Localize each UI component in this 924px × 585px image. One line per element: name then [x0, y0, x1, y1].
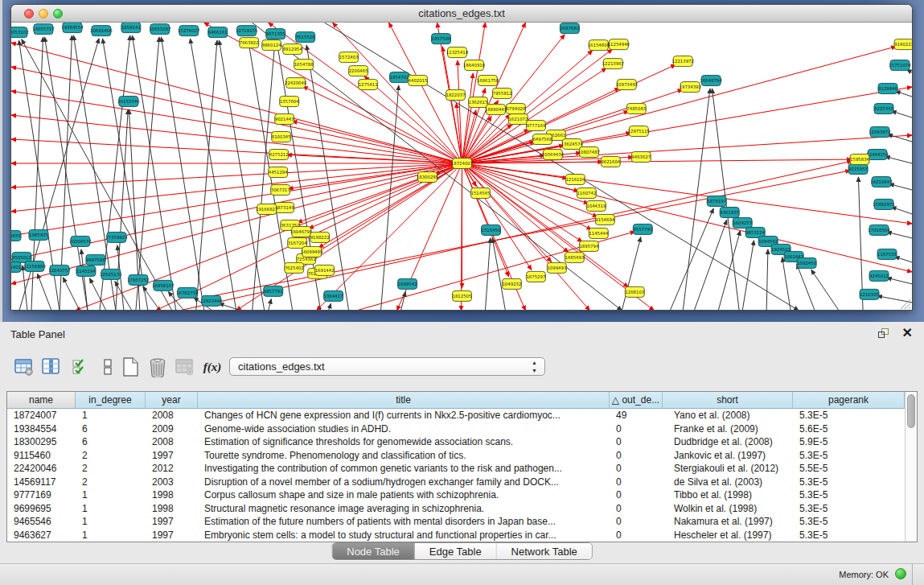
- graph-node[interactable]: 8100345: [272, 132, 291, 142]
- graph-node[interactable]: 6497568: [532, 134, 552, 145]
- graph-node[interactable]: 12213967: [602, 59, 624, 69]
- graph-node[interactable]: 2087682: [560, 23, 579, 34]
- graph-node[interactable]: 1044319: [586, 200, 606, 211]
- column-header-name[interactable]: name: [7, 392, 76, 409]
- graph-node[interactable]: 17359924: [105, 232, 128, 242]
- graph-node[interactable]: 9997588: [86, 254, 106, 265]
- table-row[interactable]: 911546021997Tourette syndrome. Phenomeno…: [7, 449, 917, 463]
- graph-node[interactable]: 20691406: [90, 26, 113, 36]
- graph-node[interactable]: 11325419: [446, 47, 469, 58]
- graph-node[interactable]: 1210305: [860, 289, 879, 299]
- graph-node[interactable]: 9198222: [310, 232, 330, 242]
- new-document-button[interactable]: [119, 356, 142, 378]
- graph-node[interactable]: 11156889: [23, 261, 46, 271]
- graph-node[interactable]: 1654788: [294, 60, 314, 70]
- graph-node[interactable]: 3915401: [11, 262, 21, 272]
- graph-node[interactable]: 9621604: [601, 157, 621, 167]
- graph-node[interactable]: 1216104: [565, 174, 585, 184]
- graph-node[interactable]: 18990443: [485, 105, 507, 115]
- graph-node[interactable]: 16782759: [176, 287, 199, 298]
- table-header-row[interactable]: namein_degreeyeartitle△ out_de...shortpa…: [7, 392, 917, 409]
- graph-node[interactable]: 12093872: [869, 127, 890, 138]
- float-panel-icon[interactable]: [878, 328, 890, 340]
- graph-node[interactable]: 1268103: [625, 286, 644, 297]
- graph-node[interactable]: 1364417: [324, 290, 343, 301]
- graph-node[interactable]: 1675297: [526, 271, 545, 282]
- graph-node[interactable]: 14055717: [32, 24, 54, 35]
- graph-node[interactable]: 18724007: [451, 159, 473, 169]
- graph-node[interactable]: 16154808: [588, 40, 610, 51]
- table-row[interactable]: 2242004622012Investigating the contribut…: [7, 462, 917, 476]
- graph-node[interactable]: 7485083: [626, 104, 646, 114]
- graph-node[interactable]: 10653287: [149, 24, 170, 35]
- graph-node[interactable]: 17016504: [868, 225, 890, 235]
- graph-node[interactable]: 19734393: [680, 82, 701, 93]
- citation-network-graph[interactable]: 2065310214055717193845542069140618581411…: [11, 23, 912, 311]
- column-header-pagerank[interactable]: pagerank: [793, 392, 905, 409]
- graph-node[interactable]: 1357604: [280, 97, 300, 107]
- vertical-scrollbar[interactable]: [905, 392, 917, 542]
- graph-node[interactable]: 1854702: [390, 72, 409, 83]
- table-settings-button[interactable]: [13, 356, 35, 378]
- graph-node[interactable]: 9227343: [874, 104, 893, 114]
- graph-node[interactable]: 1485493: [565, 252, 584, 262]
- graph-node[interactable]: 1160742: [577, 187, 596, 198]
- graph-node[interactable]: 16099489: [301, 246, 323, 257]
- column-header-in_degree[interactable]: in_degree: [76, 392, 146, 409]
- graph-node[interactable]: 1275411: [359, 80, 378, 90]
- close-panel-icon[interactable]: ✕: [902, 326, 913, 340]
- graph-node[interactable]: 10973493: [616, 80, 638, 90]
- graph-node[interactable]: 1049232: [502, 278, 521, 289]
- graph-node[interactable]: 4402015: [409, 76, 428, 86]
- graph-node[interactable]: 11254940: [608, 39, 630, 50]
- table-row[interactable]: 1938455462009Genome-wide association stu…: [7, 422, 917, 436]
- graph-node[interactable]: 1985935: [29, 229, 48, 240]
- graph-node[interactable]: 1572403: [339, 52, 359, 63]
- graph-node[interactable]: 22420046: [285, 78, 307, 89]
- table-selector-dropdown[interactable]: citations_edges.txt ▲▼: [229, 357, 545, 376]
- table-row[interactable]: 1830029562008Estimation of significance …: [7, 435, 917, 449]
- graph-node[interactable]: 9154694: [595, 214, 615, 225]
- graph-node[interactable]: 19384554: [61, 23, 84, 33]
- graph-node[interactable]: 18640910: [463, 60, 486, 71]
- graph-node[interactable]: 8912954: [283, 44, 303, 55]
- graph-node[interactable]: 1609273: [733, 217, 752, 228]
- graph-node[interactable]: 9361935: [720, 207, 739, 217]
- graph-node[interactable]: 20206576: [69, 236, 92, 246]
- graph-node[interactable]: 2620655: [11, 230, 21, 241]
- tab-node-table[interactable]: Node Table: [332, 543, 415, 559]
- table-row[interactable]: 969969511998Structural magnetic resonanc…: [7, 502, 917, 516]
- graph-node[interactable]: 1858141: [121, 23, 141, 33]
- tab-network-table[interactable]: Network Table: [497, 543, 592, 559]
- select-attributes-button[interactable]: [69, 356, 92, 378]
- column-header-year[interactable]: year: [146, 392, 198, 409]
- graph-node[interactable]: 1595834: [850, 154, 870, 165]
- column-header-out_degree[interactable]: △ out_de...: [610, 392, 663, 409]
- graph-node[interactable]: 1167533: [877, 249, 897, 259]
- graph-node[interactable]: 9215953: [848, 164, 868, 175]
- graph-node[interactable]: 6794028: [506, 104, 526, 114]
- graph-node[interactable]: 1895794: [579, 241, 599, 251]
- table-row[interactable]: 1872400712008Changes of HCN gene express…: [7, 409, 917, 422]
- column-header-title[interactable]: title: [198, 392, 610, 409]
- graph-node[interactable]: 2200465: [349, 66, 368, 76]
- graph-node[interactable]: 9129946: [878, 84, 898, 94]
- graph-node[interactable]: 10719155: [236, 26, 257, 36]
- graph-node[interactable]: 1515456: [481, 225, 501, 235]
- graph-node[interactable]: 12213972: [672, 56, 694, 67]
- graph-node[interactable]: 9021443: [275, 114, 294, 125]
- graph-node[interactable]: 19166827: [256, 204, 277, 214]
- graph-node[interactable]: 9671355: [266, 29, 285, 39]
- graph-node[interactable]: 17957252: [127, 274, 149, 285]
- graph-node[interactable]: 1145194: [76, 266, 97, 276]
- graph-node[interactable]: 7955812: [492, 89, 511, 99]
- table-row[interactable]: 1456911722003Disruption of a novel membe…: [7, 476, 917, 489]
- graph-node[interactable]: 12923446: [200, 295, 223, 306]
- graph-node[interactable]: 20153346: [117, 97, 140, 107]
- graph-node[interactable]: 9557793: [633, 224, 652, 234]
- graph-node[interactable]: 1812505: [453, 290, 472, 301]
- graph-node[interactable]: 12042757: [48, 265, 70, 275]
- show-column-button[interactable]: [40, 356, 63, 378]
- graph-node[interactable]: 1822037: [446, 90, 466, 101]
- table-row[interactable]: 977716911998Corpus callosum shape and si…: [7, 488, 917, 502]
